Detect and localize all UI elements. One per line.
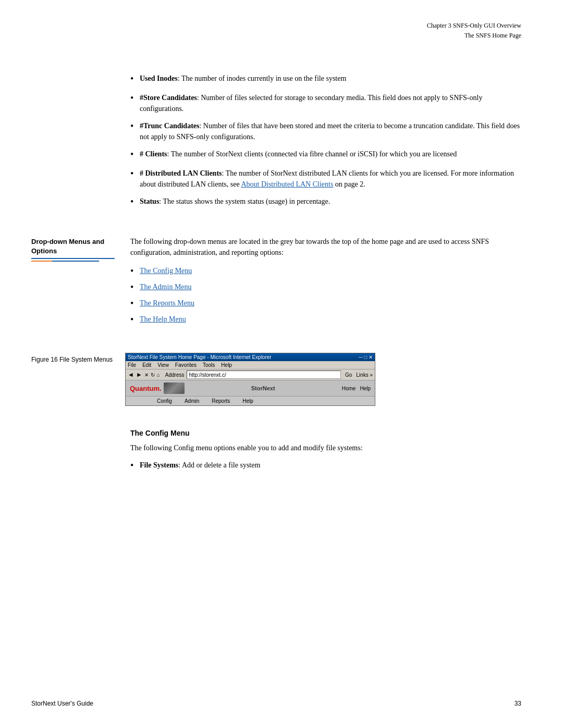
browser-titlebar: StorNext File System Home Page - Microso… bbox=[126, 353, 375, 361]
bullet-dot: • bbox=[130, 459, 140, 473]
bullet-dot: • bbox=[130, 119, 140, 142]
address-label: Address bbox=[165, 372, 185, 378]
config-section-title: The Config Menu bbox=[130, 429, 521, 437]
config-section: The Config Menu The following Config men… bbox=[0, 429, 563, 479]
menu-file[interactable]: File bbox=[128, 362, 136, 368]
bullet-content: The Help Menu bbox=[140, 314, 521, 327]
menu-tools[interactable]: Tools bbox=[203, 362, 215, 368]
list-item: • #Store Candidates: Number of files sel… bbox=[130, 92, 521, 114]
bullet-text: : The number of StorNext clients (connec… bbox=[167, 150, 457, 158]
list-item: • The Admin Menu bbox=[130, 281, 521, 294]
admin-menu-link[interactable]: The Admin Menu bbox=[140, 283, 192, 291]
home-nav-button[interactable]: ⌂ bbox=[157, 372, 160, 378]
menu-help[interactable]: Help bbox=[221, 362, 232, 368]
bullet-content: # Clients: The number of StorNext client… bbox=[140, 149, 521, 162]
menu-links-list: • The Config Menu • The Admin Menu • bbox=[130, 265, 521, 327]
dropdown-intro: The following drop-down menus are locate… bbox=[130, 236, 521, 258]
list-item: • # Clients: The number of StorNext clie… bbox=[130, 149, 521, 162]
section-heading: Drop-down Menus and Options bbox=[31, 237, 115, 259]
bullet-dot: • bbox=[130, 280, 140, 294]
figure-row: Figure 16 File System Menus StorNext Fil… bbox=[0, 353, 563, 406]
menu-favorites[interactable]: Favorites bbox=[175, 362, 197, 368]
bullet-content: The Reports Menu bbox=[140, 298, 521, 311]
app-title: StorNext bbox=[251, 385, 275, 391]
browser-content: Quantum. StorNext Home Help bbox=[126, 380, 375, 405]
heading-underline bbox=[31, 261, 99, 262]
list-item: • File Systems: Add or delete a file sys… bbox=[130, 460, 521, 473]
app-logo: Quantum. bbox=[130, 385, 162, 392]
reports-menu-link[interactable]: The Reports Menu bbox=[140, 299, 194, 307]
config-nav[interactable]: Config bbox=[157, 398, 172, 404]
address-input[interactable] bbox=[187, 371, 341, 379]
bullet-content: The Admin Menu bbox=[140, 281, 521, 294]
bullet-dot: • bbox=[130, 72, 140, 86]
app-nav-bar: Config Admin Reports Help bbox=[126, 396, 375, 405]
bullet-term: Status bbox=[140, 198, 159, 205]
bullets-left-col bbox=[0, 73, 125, 215]
stop-button[interactable]: ✕ bbox=[144, 372, 149, 378]
browser-menubar: File Edit View Favorites Tools Help bbox=[126, 361, 375, 369]
bullet-dot: • bbox=[130, 147, 140, 162]
bullet-content: # Distributed LAN Clients: The number of… bbox=[140, 168, 521, 190]
bullet-dot: • bbox=[130, 91, 140, 114]
go-button[interactable]: Go bbox=[345, 372, 352, 378]
list-item: • #Trunc Candidates: Number of files tha… bbox=[130, 120, 521, 142]
bullet-term: #Trunc Candidates bbox=[140, 122, 199, 130]
bullet-content: Used Inodes: The number of inodes curren… bbox=[140, 73, 521, 86]
browser-titlebar-buttons: ─ □ ✕ bbox=[359, 354, 373, 360]
chapter-line2: The SNFS Home Page bbox=[427, 31, 521, 41]
forward-button[interactable]: ► bbox=[136, 371, 142, 378]
home-nav[interactable]: Home bbox=[342, 386, 356, 391]
bullet-text: : Add or delete a file system bbox=[178, 461, 260, 469]
config-left-col bbox=[0, 429, 125, 479]
bullets-right-col: • Used Inodes: The number of inodes curr… bbox=[125, 73, 563, 215]
figure-label: Figure 16 File System Menus bbox=[0, 353, 125, 363]
dropdown-right-col: The following drop-down menus are locate… bbox=[125, 236, 563, 330]
app-nav-right: Home Help bbox=[342, 386, 371, 391]
help-nav-bar[interactable]: Help bbox=[242, 398, 253, 404]
bullet-content: Status: The status shows the system stat… bbox=[140, 196, 521, 209]
list-item: • The Config Menu bbox=[130, 265, 521, 278]
section-heading-line1: Drop-down Menus and bbox=[31, 237, 115, 246]
footer-right: 33 bbox=[515, 700, 521, 707]
browser-toolbar: ◄ ► ✕ ↻ ⌂ Address Go Links » bbox=[126, 369, 375, 380]
admin-nav[interactable]: Admin bbox=[185, 398, 199, 404]
figure-label-text: Figure 16 File System Menus bbox=[31, 356, 113, 363]
main-bullet-list: • Used Inodes: The number of inodes curr… bbox=[130, 73, 521, 209]
links-button[interactable]: Links » bbox=[356, 372, 373, 378]
bullet-dot: • bbox=[130, 167, 140, 190]
bullet-term: File Systems bbox=[140, 461, 178, 469]
figure-image-col: StorNext File System Home Page - Microso… bbox=[125, 353, 563, 406]
menu-edit[interactable]: Edit bbox=[142, 362, 151, 368]
storenext-label: StorNext bbox=[251, 385, 275, 391]
config-bullet-list: • File Systems: Add or delete a file sys… bbox=[130, 460, 521, 473]
browser-titlebar-title: StorNext File System Home Page - Microso… bbox=[128, 354, 272, 360]
bullet-content: The Config Menu bbox=[140, 265, 521, 278]
back-button[interactable]: ◄ bbox=[128, 371, 134, 378]
distributed-suffix: on page 2. bbox=[333, 180, 365, 188]
menu-view[interactable]: View bbox=[157, 362, 169, 368]
list-item: • The Reports Menu bbox=[130, 298, 521, 311]
distributed-lan-link[interactable]: About Distributed LAN Clients bbox=[241, 180, 333, 188]
bullet-content: #Store Candidates: Number of files selec… bbox=[140, 92, 521, 114]
config-menu-link[interactable]: The Config Menu bbox=[140, 267, 192, 275]
bullet-term: # Distributed LAN Clients bbox=[140, 169, 222, 177]
content-area: • Used Inodes: The number of inodes curr… bbox=[0, 73, 563, 491]
app-logo-graphic bbox=[164, 382, 185, 394]
footer-left: StorNext User's Guide bbox=[31, 700, 93, 707]
list-item: • Used Inodes: The number of inodes curr… bbox=[130, 73, 521, 86]
list-item: • # Distributed LAN Clients: The number … bbox=[130, 168, 521, 190]
refresh-button[interactable]: ↻ bbox=[151, 372, 155, 378]
help-menu-link[interactable]: The Help Menu bbox=[140, 315, 186, 323]
bullet-text: : The number of inodes currently in use … bbox=[178, 75, 347, 82]
list-item: • Status: The status shows the system st… bbox=[130, 196, 521, 209]
bullet-term: Used Inodes bbox=[140, 75, 178, 82]
list-item: • The Help Menu bbox=[130, 314, 521, 327]
bullet-dot: • bbox=[130, 264, 140, 278]
app-header: Quantum. StorNext Home Help bbox=[126, 380, 375, 396]
help-nav[interactable]: Help bbox=[360, 386, 371, 391]
dropdown-left-col: Drop-down Menus and Options bbox=[0, 236, 125, 330]
reports-nav[interactable]: Reports bbox=[212, 398, 230, 404]
bullet-dot: • bbox=[130, 313, 140, 327]
page-container: Chapter 3 SNFS-Only GUI Overview The SNF… bbox=[0, 0, 563, 728]
